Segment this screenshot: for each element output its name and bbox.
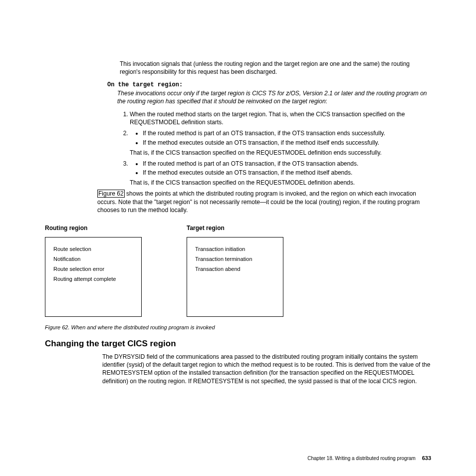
figure-ref-paragraph: Figure 62 shows the points at which the … xyxy=(97,190,431,214)
figure-right-col: Target region Transaction initiation Tra… xyxy=(187,224,283,317)
section-paragraph: The DYRSYSID field of the communications… xyxy=(102,353,431,385)
bullets-2: If the routed method is part of an OTS t… xyxy=(138,129,431,146)
footer-page-number: 633 xyxy=(422,455,431,461)
target-region-box: Transaction initiation Transaction termi… xyxy=(187,237,283,317)
fig-item: Transaction abend xyxy=(195,264,275,274)
figure-caption: Figure 62. When and where the distribute… xyxy=(45,324,431,331)
bullet: If the routed method is part of an OTS t… xyxy=(143,160,431,168)
target-region-block: On the target region: These invocations … xyxy=(107,81,431,105)
target-region-title: Target region xyxy=(187,224,283,232)
page-content: This invocation signals that (unless the… xyxy=(0,0,476,410)
bullet: If the method executes outside an OTS tr… xyxy=(143,169,431,177)
after-2: That is, if the CICS transaction specifi… xyxy=(130,149,431,157)
fig-item: Route selection error xyxy=(53,264,133,274)
section-heading: Changing the target CICS region xyxy=(45,338,431,350)
fig-item: Transaction initiation xyxy=(195,244,275,254)
fig-item: Transaction termination xyxy=(195,254,275,264)
bullets-3: If the routed method is part of an OTS t… xyxy=(138,160,431,177)
figure-ref-link[interactable]: Figure 62 xyxy=(97,190,125,198)
list-item-2: If the routed method is part of an OTS t… xyxy=(130,129,431,157)
fig-item: Routing attempt complete xyxy=(53,274,133,284)
target-intro: These invocations occur only if the targ… xyxy=(117,89,431,105)
footer-chapter: Chapter 18. Writing a distributed routin… xyxy=(307,456,416,461)
numbered-list: When the routed method starts on the tar… xyxy=(120,110,431,187)
list-item-1: When the routed method starts on the tar… xyxy=(130,110,431,126)
figure-left-col: Routing region Route selection Notificat… xyxy=(45,224,142,317)
bullet: If the method executes outside an OTS tr… xyxy=(143,139,431,147)
target-heading: On the target region: xyxy=(107,81,431,89)
fig-item: Notification xyxy=(53,254,133,264)
list-item-3: If the routed method is part of an OTS t… xyxy=(130,160,431,187)
bullet: If the routed method is part of an OTS t… xyxy=(143,129,431,137)
fig-item: Route selection xyxy=(53,244,133,254)
routing-region-box: Route selection Notification Route selec… xyxy=(45,237,142,317)
figure-62: Routing region Route selection Notificat… xyxy=(45,224,431,317)
intro-paragraph: This invocation signals that (unless the… xyxy=(120,60,431,76)
after-3: That is, if the CICS transaction specifi… xyxy=(130,179,431,187)
page-footer: Chapter 18. Writing a distributed routin… xyxy=(307,455,431,461)
routing-region-title: Routing region xyxy=(45,224,142,232)
